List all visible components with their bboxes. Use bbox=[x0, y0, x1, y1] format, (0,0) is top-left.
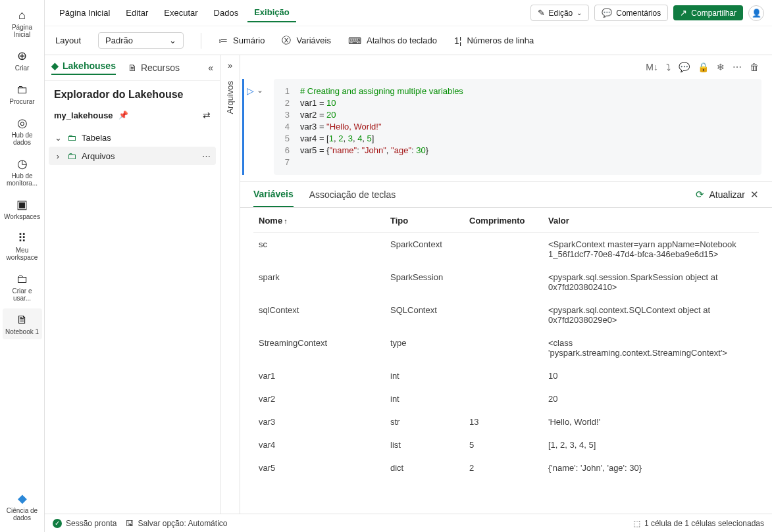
sidebar-item-datascience[interactable]: ◆ Ciência de dados bbox=[3, 487, 42, 525]
close-panel-icon[interactable]: ✕ bbox=[750, 189, 759, 201]
chevron-down-icon: ⌄ bbox=[54, 133, 62, 143]
lakehouse-name: my_lakehouse bbox=[54, 110, 113, 120]
sidebar-item-create[interactable]: ⊕ Criar bbox=[3, 45, 42, 76]
folder-icon: 🗀 bbox=[16, 82, 28, 97]
explorer-tab-label: Recursos bbox=[141, 62, 180, 73]
linenumbers-toggle[interactable]: 1¦ Números de linha bbox=[454, 36, 534, 46]
run-cell-icon[interactable]: ▷ bbox=[247, 85, 254, 96]
col-value[interactable]: Valor bbox=[543, 208, 759, 233]
collapse-panel-icon[interactable]: « bbox=[208, 62, 213, 73]
variables-scroll[interactable]: Nome↑ Tipo Comprimento Valor scSparkCont… bbox=[240, 208, 772, 514]
hub-icon: ◎ bbox=[17, 116, 28, 130]
line-gutter: 1234567 bbox=[282, 85, 290, 168]
varpanel-tab-keybindings[interactable]: Associação de teclas bbox=[309, 189, 396, 206]
expand-right-icon[interactable]: » bbox=[228, 60, 232, 70]
summary-toggle[interactable]: ≔ Sumário bbox=[219, 36, 265, 46]
col-name[interactable]: Nome↑ bbox=[253, 208, 385, 233]
layout-value: Padrão bbox=[105, 36, 133, 45]
tree: ⌄ 🗀 Tabelas › 🗀 Arquivos ⋯ bbox=[45, 126, 220, 168]
save-status-text: Salvar opção: Automático bbox=[138, 519, 227, 528]
freeze-cell-icon[interactable]: ❄ bbox=[717, 62, 725, 72]
explorer-tab-lakehouses[interactable]: ◆ Lakehouses bbox=[51, 60, 116, 75]
variable-row[interactable]: var5dict2{'name': 'John', 'age': 30} bbox=[253, 456, 759, 479]
chevron-right-icon: › bbox=[54, 151, 62, 161]
variables-table: Nome↑ Tipo Comprimento Valor scSparkCont… bbox=[253, 208, 759, 479]
share-button[interactable]: ↗ Compartilhar bbox=[673, 5, 743, 20]
variable-row[interactable]: StreamingContexttype<class 'pyspark.stre… bbox=[253, 331, 759, 364]
menu-view[interactable]: Exibição bbox=[247, 3, 296, 22]
lakehouse-row[interactable]: my_lakehouse 📌 ⇄ bbox=[45, 105, 220, 126]
refresh-icon[interactable]: ⟳ bbox=[696, 189, 704, 201]
code-cell[interactable]: ▷ ⌄ 1234567 # Creating and assigning mul… bbox=[240, 79, 772, 181]
sidebar-item-browse[interactable]: 🗀 Procurar bbox=[3, 78, 42, 109]
code-editor[interactable]: 1234567 # Creating and assigning multipl… bbox=[274, 79, 761, 175]
sidebar-label: Criar bbox=[15, 64, 30, 72]
linenumbers-label: Números de linha bbox=[467, 36, 534, 45]
run-menu-icon[interactable]: ⌄ bbox=[257, 85, 263, 95]
save-status[interactable]: 🖫 Salvar opção: Automático bbox=[126, 519, 227, 528]
edit-mode-button[interactable]: ✎ Edição ⌄ bbox=[530, 5, 590, 21]
variable-row[interactable]: var2int20 bbox=[253, 387, 759, 410]
pin-icon[interactable]: 📌 bbox=[118, 110, 128, 120]
body-split: ◆ Lakehouses 🗎 Recursos « Explorador do … bbox=[45, 55, 772, 514]
markdown-toggle-icon[interactable]: M↓ bbox=[646, 62, 658, 72]
more-cell-icon[interactable]: ⋯ bbox=[733, 62, 742, 72]
ribbon-bar: Layout Padrão ⌄ ≔ Sumário ⓧ Variáveis ⌨ … bbox=[45, 26, 772, 55]
chevron-down-icon: ⌄ bbox=[577, 9, 582, 16]
menu-data[interactable]: Dados bbox=[207, 4, 245, 22]
explorer-tab-label: Lakehouses bbox=[63, 60, 116, 71]
sidebar-item-notebook[interactable]: 🗎 Notebook 1 bbox=[3, 308, 42, 339]
variable-row[interactable]: scSparkContext<SparkContext master=yarn … bbox=[253, 233, 759, 266]
tree-item-tables[interactable]: ⌄ 🗀 Tabelas bbox=[49, 128, 216, 147]
vertical-tab-files[interactable]: Arquivos bbox=[225, 77, 235, 118]
sidebar-item-datahub[interactable]: ◎ Hub de dados bbox=[3, 112, 42, 150]
user-avatar[interactable]: 👤 bbox=[748, 5, 764, 21]
pencil-icon: ✎ bbox=[538, 8, 545, 18]
refresh-label[interactable]: Atualizar bbox=[709, 189, 745, 200]
save-icon: 🖫 bbox=[126, 519, 134, 528]
cell-toolbar: M↓ ⤵ 💬 🔒 ❄ ⋯ 🗑 bbox=[240, 55, 772, 79]
menu-run[interactable]: Executar bbox=[157, 4, 204, 22]
line-numbers-icon: 1¦ bbox=[454, 36, 461, 46]
lakehouse-icon: ◆ bbox=[51, 60, 59, 71]
convert-cell-icon[interactable]: ⤵ bbox=[666, 62, 671, 72]
chevron-down-icon: ⌄ bbox=[169, 36, 176, 45]
swap-icon[interactable]: ⇄ bbox=[203, 110, 211, 120]
variable-row[interactable]: sparkSparkSession<pyspark.sql.session.Sp… bbox=[253, 266, 759, 299]
sidebar-item-create-use[interactable]: 🗀 Criar e usar... bbox=[3, 268, 42, 306]
shortcuts-toggle[interactable]: ⌨ Atalhos do teclado bbox=[348, 36, 437, 46]
variable-row[interactable]: var3str13'Hello, World!' bbox=[253, 410, 759, 433]
col-length[interactable]: Comprimento bbox=[464, 208, 543, 233]
code-content[interactable]: # Creating and assigning multiple variab… bbox=[300, 85, 463, 168]
sidebar-label: Ciência de dados bbox=[4, 507, 41, 521]
lock-cell-icon[interactable]: 🔒 bbox=[698, 62, 709, 72]
col-type[interactable]: Tipo bbox=[385, 208, 464, 233]
sidebar-label: Hub de dados bbox=[4, 132, 41, 146]
menu-home[interactable]: Página Inicial bbox=[53, 4, 116, 22]
layout-dropdown[interactable]: Padrão ⌄ bbox=[98, 32, 184, 49]
varpanel-tab-variables[interactable]: Variáveis bbox=[253, 189, 294, 207]
sidebar-item-monitor[interactable]: ◷ Hub de monitora... bbox=[3, 153, 42, 191]
variables-label: Variáveis bbox=[296, 36, 331, 45]
variable-row[interactable]: sqlContextSQLContext<pyspark.sql.context… bbox=[253, 299, 759, 331]
sidebar-label: Procurar bbox=[9, 98, 34, 105]
variable-row[interactable]: var4list5[1, 2, 3, 4, 5] bbox=[253, 433, 759, 456]
menu-edit[interactable]: Editar bbox=[119, 4, 155, 22]
row-menu-icon[interactable]: ⋯ bbox=[202, 151, 211, 161]
comments-button[interactable]: 💬 Comentários bbox=[594, 5, 668, 21]
sidebar-item-home[interactable]: ⌂ Página Inicial bbox=[3, 4, 42, 42]
explorer-tab-resources[interactable]: 🗎 Recursos bbox=[128, 62, 180, 73]
folder-icon: 🗀 bbox=[67, 132, 76, 143]
sidebar-item-workspaces[interactable]: ▣ Workspaces bbox=[3, 193, 42, 224]
document-icon: 🗎 bbox=[128, 62, 137, 73]
tree-item-files[interactable]: › 🗀 Arquivos ⋯ bbox=[49, 147, 216, 165]
app-sidebar: ⌂ Página Inicial ⊕ Criar 🗀 Procurar ◎ Hu… bbox=[0, 0, 45, 532]
variable-row[interactable]: var1int10 bbox=[253, 364, 759, 387]
session-status[interactable]: ✓ Sessão pronta bbox=[53, 519, 116, 528]
sidebar-item-myworkspace[interactable]: ⠿ Meu workspace bbox=[3, 227, 42, 265]
sidebar-label: Criar e usar... bbox=[4, 287, 41, 302]
folder-filled-icon: 🗀 bbox=[67, 151, 76, 161]
comment-cell-icon[interactable]: 💬 bbox=[679, 62, 690, 72]
delete-cell-icon[interactable]: 🗑 bbox=[750, 62, 759, 72]
variables-toggle[interactable]: ⓧ Variáveis bbox=[282, 35, 331, 47]
